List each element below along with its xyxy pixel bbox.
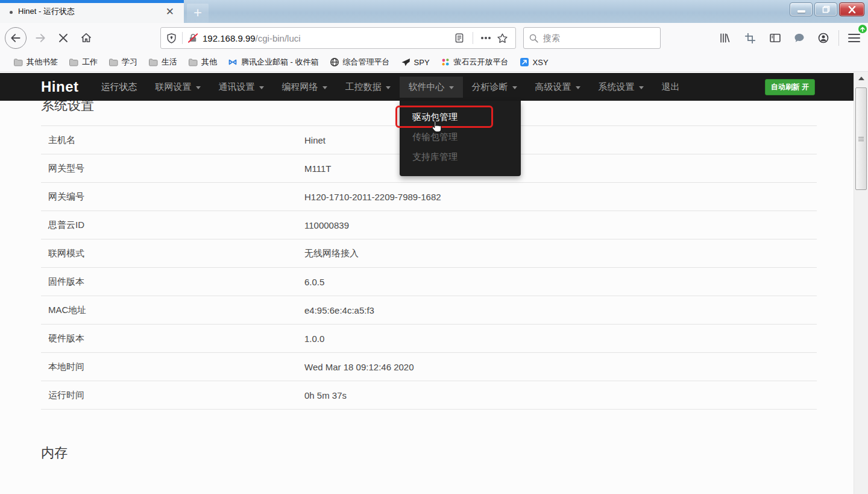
bookmark-xsy[interactable]: XSY bbox=[515, 55, 553, 69]
bookmark-folder-life[interactable]: 生活 bbox=[143, 55, 182, 69]
chevron-down-icon bbox=[639, 86, 644, 89]
bookmark-ezviz[interactable]: 萤石云开放平台 bbox=[436, 55, 514, 69]
url-path: /cgi-bin/luci bbox=[256, 33, 301, 43]
scroll-up-icon bbox=[858, 77, 864, 80]
table-row: 联网模式无线网络接入 bbox=[41, 239, 817, 267]
auto-refresh-button[interactable]: 自动刷新 开 bbox=[765, 79, 815, 95]
chevron-down-icon bbox=[322, 86, 327, 89]
chevron-down-icon bbox=[576, 86, 580, 89]
window-restore-button[interactable] bbox=[814, 2, 837, 16]
menu-button[interactable] bbox=[844, 28, 864, 48]
back-icon bbox=[10, 32, 22, 44]
nav-item-programming-network[interactable]: 编程网络 bbox=[273, 77, 336, 98]
dropdown-item-support-library[interactable]: 支持库管理 bbox=[400, 147, 521, 166]
tab-close-icon[interactable]: ✕ bbox=[162, 7, 178, 17]
forward-button[interactable] bbox=[30, 28, 51, 48]
nav-item-comm-settings[interactable]: 通讯设置 bbox=[210, 77, 273, 98]
nav-item-software-center[interactable]: 软件中心 bbox=[400, 77, 463, 98]
table-row: 硬件版本1.0.0 bbox=[41, 324, 817, 352]
stop-icon bbox=[58, 33, 69, 43]
crop-icon bbox=[744, 33, 756, 44]
table-row: 本地时间Wed Mar 18 09:12:46 2020 bbox=[41, 352, 817, 381]
folder-icon bbox=[188, 57, 198, 67]
toolbar-separator bbox=[838, 30, 839, 46]
urlbar-separator bbox=[182, 32, 183, 44]
software-center-dropdown: 驱动包管理 传输包管理 支持库管理 bbox=[400, 101, 521, 176]
search-icon bbox=[529, 33, 539, 43]
account-button[interactable] bbox=[813, 28, 834, 48]
bookmark-spy[interactable]: SPY bbox=[396, 55, 435, 69]
memory-section-title: 内存 bbox=[41, 444, 868, 462]
nav-item-logout[interactable]: 退出 bbox=[653, 77, 689, 98]
folder-icon bbox=[13, 57, 23, 67]
folder-icon bbox=[108, 57, 118, 67]
bookmarks-bar: 其他书签 工作 学习 生活 其他 腾讯企业邮箱 - 收件箱 综合管理平台 SPY… bbox=[0, 53, 868, 72]
window-close-button[interactable] bbox=[839, 2, 864, 16]
chevron-down-icon bbox=[386, 86, 391, 89]
scrollbar-thumb[interactable] bbox=[855, 87, 867, 190]
nav-item-system-settings[interactable]: 系统设置 bbox=[590, 77, 653, 98]
chat-extension-button[interactable] bbox=[789, 28, 810, 48]
library-icon bbox=[719, 32, 731, 44]
new-tab-button[interactable]: + bbox=[187, 4, 209, 23]
search-input[interactable] bbox=[543, 33, 655, 43]
hamburger-icon bbox=[848, 33, 860, 43]
chevron-down-icon bbox=[512, 86, 517, 89]
page-actions-button[interactable] bbox=[478, 30, 494, 46]
table-row: 网关编号H120-1710-2011-2209-7989-1682 bbox=[41, 182, 817, 211]
browser-tab[interactable]: Hinet - 运行状态 ✕ bbox=[0, 0, 184, 23]
scrollbar-up-button[interactable] bbox=[854, 72, 868, 85]
ellipsis-icon bbox=[480, 36, 491, 40]
nav-item-industrial-data[interactable]: 工控数据 bbox=[336, 77, 400, 98]
bookmark-management-platform[interactable]: 综合管理平台 bbox=[325, 55, 395, 69]
chevron-down-icon bbox=[196, 86, 201, 89]
home-button[interactable] bbox=[76, 28, 96, 48]
chevron-down-icon bbox=[449, 86, 454, 89]
search-bar[interactable] bbox=[523, 27, 661, 49]
page-viewport: Hinet 运行状态 联网设置 通讯设置 编程网络 工控数据 软件中心 分析诊断… bbox=[0, 72, 868, 494]
screenshot-crop-button[interactable] bbox=[740, 28, 760, 48]
url-bar[interactable]: 192.168.9.99/cgi-bin/luci bbox=[160, 27, 516, 49]
reader-mode-button[interactable] bbox=[451, 30, 468, 46]
back-button[interactable] bbox=[5, 27, 27, 49]
scrollbar-grip-icon bbox=[858, 137, 864, 142]
bookmark-folder-study[interactable]: 学习 bbox=[104, 55, 142, 69]
folder-icon bbox=[148, 57, 158, 67]
window-minimize-button[interactable] bbox=[790, 2, 813, 16]
star-icon bbox=[497, 33, 508, 44]
app-navbar: Hinet 运行状态 联网设置 通讯设置 编程网络 工控数据 软件中心 分析诊断… bbox=[0, 73, 854, 101]
tab-title: Hinet - 运行状态 bbox=[18, 6, 162, 17]
update-badge-icon bbox=[858, 25, 867, 33]
vertical-scrollbar[interactable] bbox=[854, 72, 868, 494]
bookmark-tencent-mail[interactable]: 腾讯企业邮箱 - 收件箱 bbox=[223, 55, 324, 69]
urlbar-separator2 bbox=[473, 32, 473, 44]
sidebar-toggle-button[interactable] bbox=[765, 28, 785, 48]
table-row: 运行时间0h 5m 37s bbox=[41, 381, 817, 409]
plane-icon bbox=[401, 57, 410, 67]
nav-item-running-status[interactable]: 运行状态 bbox=[92, 77, 146, 98]
dropdown-item-transfer-package[interactable]: 传输包管理 bbox=[400, 127, 521, 147]
bookmark-folder-misc[interactable]: 其他 bbox=[183, 55, 222, 69]
bookmark-folder-other-bookmarks[interactable]: 其他书签 bbox=[8, 55, 63, 69]
close-icon bbox=[848, 6, 856, 13]
globe-icon bbox=[330, 57, 339, 67]
nav-item-analysis-diagnosis[interactable]: 分析诊断 bbox=[463, 77, 526, 98]
insecure-lock-icon bbox=[187, 33, 199, 44]
stop-button[interactable] bbox=[53, 28, 74, 48]
table-row: 思普云ID110000839 bbox=[41, 211, 817, 239]
chevron-down-icon bbox=[259, 86, 264, 89]
bookmark-star-button[interactable] bbox=[494, 30, 511, 46]
account-icon bbox=[817, 32, 829, 44]
bookmark-folder-work[interactable]: 工作 bbox=[64, 55, 102, 69]
dropdown-item-driver-package[interactable]: 驱动包管理 bbox=[400, 107, 521, 127]
sidebar-icon bbox=[769, 32, 781, 44]
library-button[interactable] bbox=[714, 28, 735, 48]
reader-mode-icon bbox=[454, 33, 465, 43]
speech-bubble-icon bbox=[793, 32, 805, 44]
minimize-icon bbox=[797, 10, 805, 13]
url-text: 192.168.9.99/cgi-bin/luci bbox=[203, 33, 451, 43]
nav-item-network-settings[interactable]: 联网设置 bbox=[146, 77, 210, 98]
nav-item-advanced-settings[interactable]: 高级设置 bbox=[526, 77, 590, 98]
tracking-shield-icon bbox=[166, 33, 177, 44]
window-titlebar: Hinet - 运行状态 ✕ + bbox=[0, 0, 868, 23]
